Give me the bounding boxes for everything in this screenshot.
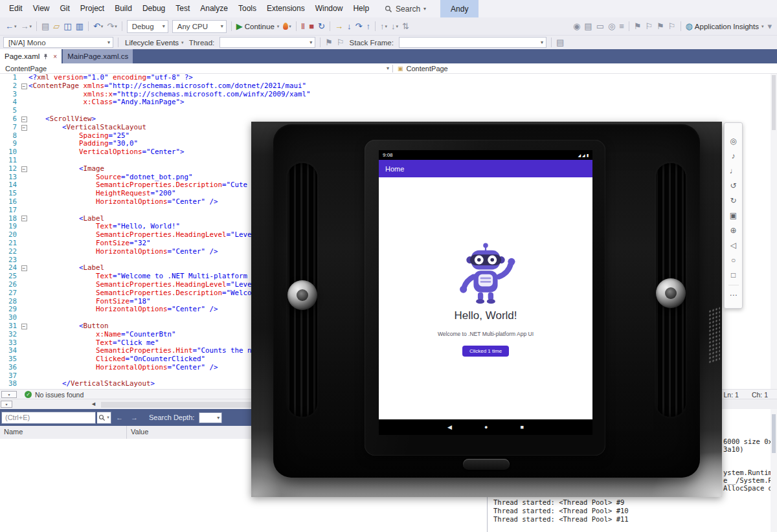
bookmark-next-icon[interactable]: ⚑ bbox=[655, 19, 666, 34]
home-icon[interactable]: ○ bbox=[727, 254, 740, 267]
zoom-icon[interactable]: ⊕ bbox=[727, 224, 740, 237]
fold-marker[interactable]: − bbox=[21, 83, 27, 89]
scrollbar-thumb[interactable] bbox=[101, 402, 263, 408]
menu-item-tools[interactable]: Tools bbox=[233, 0, 262, 17]
search-box[interactable]: Search ▾ bbox=[385, 5, 426, 14]
fold-marker[interactable]: − bbox=[21, 324, 27, 329]
fold-marker[interactable]: − bbox=[21, 265, 27, 271]
toolbar-overflow-icon[interactable]: ▾ bbox=[766, 19, 773, 34]
menu-item-test[interactable]: Test bbox=[170, 0, 195, 17]
nav-home-icon[interactable]: ● bbox=[484, 424, 488, 430]
counter-button[interactable]: Clicked 1 time bbox=[462, 346, 509, 357]
forward-arrow-icon[interactable]: →▾ bbox=[19, 19, 34, 34]
watch-search-input[interactable] bbox=[1, 412, 96, 424]
show-next-statement-icon[interactable]: → bbox=[333, 19, 344, 34]
back-icon[interactable]: ◁ bbox=[727, 239, 740, 252]
step-into-icon[interactable]: ↓ bbox=[346, 19, 353, 34]
toolbar-separator bbox=[88, 21, 89, 31]
break-all-icon[interactable]: Ⅱ bbox=[300, 19, 306, 34]
menu-item-extensions[interactable]: Extensions bbox=[262, 0, 310, 17]
immediate-window-icon[interactable]: ▭ bbox=[595, 19, 605, 34]
issues-filter-dropdown[interactable]: ▾ bbox=[1, 391, 17, 398]
threads-list-icon[interactable]: ▤ bbox=[555, 36, 565, 50]
bookmarks-window-icon[interactable]: ⚐ bbox=[667, 19, 677, 34]
swap-panes-icon[interactable]: ⇅ bbox=[401, 19, 411, 34]
stack-frame-combo[interactable]: ▾ bbox=[399, 37, 546, 48]
power-icon[interactable]: ◎ bbox=[727, 135, 740, 148]
debug-target-combo[interactable]: [N/A] Mono▾ bbox=[3, 37, 113, 48]
search-forward-icon[interactable]: → bbox=[128, 414, 141, 421]
account-button[interactable]: Andy bbox=[440, 0, 479, 17]
solution-platform-combo[interactable]: Any CPU▾ bbox=[172, 20, 227, 33]
fold-marker[interactable]: − bbox=[21, 216, 27, 221]
menu-item-debug[interactable]: Debug bbox=[137, 0, 170, 17]
bookmark-toggle-icon[interactable]: ⚑ bbox=[633, 19, 643, 34]
bookmark-prev-icon[interactable]: ⚐ bbox=[644, 19, 655, 34]
pin-icon[interactable] bbox=[43, 54, 49, 60]
editor-vertical-scrollbar[interactable] bbox=[771, 74, 777, 389]
menu-item-window[interactable]: Window bbox=[310, 0, 348, 17]
callstack-window-icon[interactable]: ≡ bbox=[618, 19, 625, 34]
navigate-backward-icon[interactable]: ↑▾ bbox=[379, 19, 388, 34]
breadcrumb-right-pane[interactable]: ▣ ContentPage bbox=[393, 65, 448, 72]
navigate-forward-icon[interactable]: ↓▾ bbox=[390, 19, 400, 34]
new-file-icon[interactable]: ▤ bbox=[40, 19, 51, 34]
menu-item-analyze[interactable]: Analyze bbox=[195, 0, 233, 17]
save-icon[interactable]: ◫ bbox=[62, 19, 73, 34]
menu-item-help[interactable]: Help bbox=[348, 0, 374, 17]
more-icon[interactable]: ⋯ bbox=[727, 289, 740, 302]
step-out-icon[interactable]: ↑ bbox=[365, 19, 372, 34]
scrollbar-thumb[interactable] bbox=[772, 75, 776, 130]
tab-page-xaml[interactable]: Page.xaml× bbox=[0, 49, 62, 63]
output-scrollbar[interactable] bbox=[771, 409, 777, 532]
scroll-left-icon[interactable]: ◄ bbox=[91, 401, 96, 407]
menu-item-project[interactable]: Project bbox=[75, 0, 109, 17]
close-icon[interactable]: × bbox=[53, 53, 57, 60]
flagged-only-icon[interactable]: ⚐ bbox=[335, 36, 346, 50]
search-depth-combo[interactable]: ▾ bbox=[199, 412, 222, 423]
restart-icon[interactable]: ↻ bbox=[317, 19, 326, 34]
fold-marker[interactable]: − bbox=[21, 125, 27, 131]
column-header-name[interactable]: Name bbox=[0, 426, 127, 439]
search-button[interactable]: ▾ bbox=[97, 412, 111, 424]
rotate-left-icon[interactable]: ↺ bbox=[727, 179, 740, 192]
hot-reload-icon[interactable]: ▾ bbox=[282, 19, 293, 34]
volume-up-icon[interactable]: ♪ bbox=[727, 150, 740, 162]
nav-overview-icon[interactable]: ■ bbox=[520, 424, 523, 430]
volume-down-icon[interactable]: ♩ bbox=[727, 164, 740, 177]
back-arrow-icon[interactable]: ←▾ bbox=[4, 19, 18, 34]
continue-button[interactable]: ▶Continue▾ bbox=[235, 19, 281, 34]
tab-mainpage-xaml-cs[interactable]: MainPage.xaml.cs bbox=[63, 49, 133, 63]
fold-marker[interactable]: − bbox=[21, 116, 27, 122]
search-back-icon[interactable]: ← bbox=[113, 414, 126, 421]
thread-combo[interactable]: ▾ bbox=[220, 37, 315, 48]
screenshot-icon[interactable]: ▣ bbox=[727, 209, 740, 222]
line-number: 32 bbox=[0, 331, 19, 339]
line-number: 1 bbox=[0, 74, 19, 82]
scrollbar-thumb[interactable] bbox=[772, 414, 776, 453]
rotate-right-icon[interactable]: ↻ bbox=[727, 194, 740, 207]
breadcrumb-left-pane[interactable]: ContentPage ▾ bbox=[0, 65, 392, 72]
stop-icon[interactable]: ■ bbox=[308, 19, 315, 34]
breakpoints-window-icon[interactable]: ◉ bbox=[572, 19, 581, 34]
menu-item-build[interactable]: Build bbox=[109, 0, 137, 17]
undo-icon[interactable]: ↶▾ bbox=[92, 19, 104, 34]
step-over-icon[interactable]: ↷ bbox=[354, 19, 364, 34]
flag-threads-icon[interactable]: ⚑ bbox=[324, 36, 334, 50]
split-view-dropdown[interactable]: ▾ bbox=[1, 401, 12, 408]
overview-icon[interactable]: □ bbox=[727, 269, 740, 282]
menu-item-git[interactable]: Git bbox=[54, 0, 74, 17]
lifecycle-events-button[interactable]: Lifecycle Events▾ bbox=[122, 36, 185, 50]
fold-marker[interactable]: − bbox=[21, 166, 27, 172]
redo-icon[interactable]: ↷▾ bbox=[106, 19, 118, 34]
watch-window-icon[interactable]: ◎ bbox=[607, 19, 616, 34]
solution-configuration-combo[interactable]: Debug▾ bbox=[127, 20, 168, 33]
save-all-icon[interactable]: ▥ bbox=[74, 19, 85, 34]
menu-item-edit[interactable]: Edit bbox=[4, 0, 28, 17]
output-window-icon[interactable]: ▤ bbox=[583, 19, 593, 34]
column-header-value[interactable]: Value bbox=[127, 426, 148, 439]
open-file-icon[interactable]: ▱ bbox=[52, 19, 61, 34]
nav-back-icon[interactable]: ◀ bbox=[447, 424, 452, 430]
menu-item-view[interactable]: View bbox=[28, 0, 55, 17]
application-insights-button[interactable]: ◍Application Insights▾ bbox=[684, 19, 765, 34]
